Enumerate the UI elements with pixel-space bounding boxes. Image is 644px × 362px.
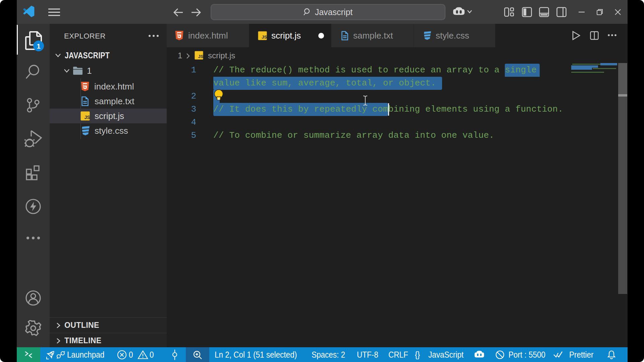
svg-text:JS: JS	[84, 115, 90, 120]
svg-text:JS: JS	[262, 35, 267, 40]
svg-text:1: 1	[37, 42, 41, 50]
svg-text:JS: JS	[198, 54, 203, 59]
